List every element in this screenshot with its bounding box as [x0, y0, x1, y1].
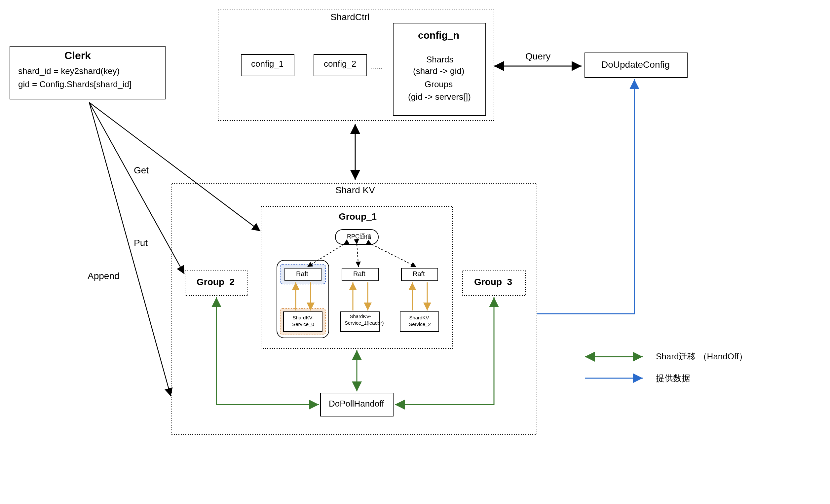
clerk-line2: gid = Config.Shards[shard_id] [18, 79, 131, 90]
shardctrl-title: ShardCtrl [330, 12, 370, 23]
confign-line4: (gid -> servers[]) [408, 92, 471, 102]
svc2-label: ShardKV-Service_2 [404, 314, 436, 327]
get-arrow [89, 102, 260, 231]
group2-label: Group_2 [197, 277, 234, 287]
confign-line3: Groups [424, 79, 453, 90]
raft2-label: Raft [413, 270, 425, 278]
put-arrow [89, 102, 184, 274]
legend-green-label: Shard迁移 （HandOff） [656, 351, 747, 362]
rpc-raft0-arrow [307, 244, 344, 267]
clerk-line1: shard_id = key2shard(key) [18, 66, 120, 76]
svc0-label: ShardKV-Service_0 [287, 314, 319, 327]
shardkv-title: Shard KV [336, 185, 375, 196]
dopollhandoff-label: DoPollHandoff [329, 399, 384, 409]
put-label: Put [134, 238, 148, 248]
confign-line1: Shards [426, 55, 453, 65]
get-label: Get [134, 165, 149, 176]
svc1-label: ShardKV-Service_1(leader) [345, 313, 376, 326]
confign-title: config_n [418, 30, 459, 41]
group3-label: Group_3 [474, 277, 512, 287]
rpc-raft1-arrow [357, 244, 358, 267]
config1-label: config_1 [251, 59, 284, 69]
doupdateconfig-label: DoUpdateConfig [601, 60, 670, 70]
confign-line2: (shard -> gid) [413, 66, 464, 76]
rpc-label: RPC通信 [347, 233, 372, 240]
append-label: Append [88, 271, 120, 281]
config-dots: ...... [370, 62, 382, 71]
clerk-title: Clerk [64, 49, 91, 62]
shardkv-doupdate-arrow [537, 79, 634, 314]
legend-blue-label: 提供数据 [656, 373, 690, 384]
query-label: Query [525, 51, 550, 62]
config2-label: config_2 [324, 59, 356, 69]
append-arrow [89, 102, 171, 396]
raft0-label: Raft [296, 270, 308, 278]
group1-title: Group_1 [339, 211, 377, 222]
rpc-raft2-arrow [372, 244, 416, 267]
raft1-label: Raft [353, 270, 365, 278]
